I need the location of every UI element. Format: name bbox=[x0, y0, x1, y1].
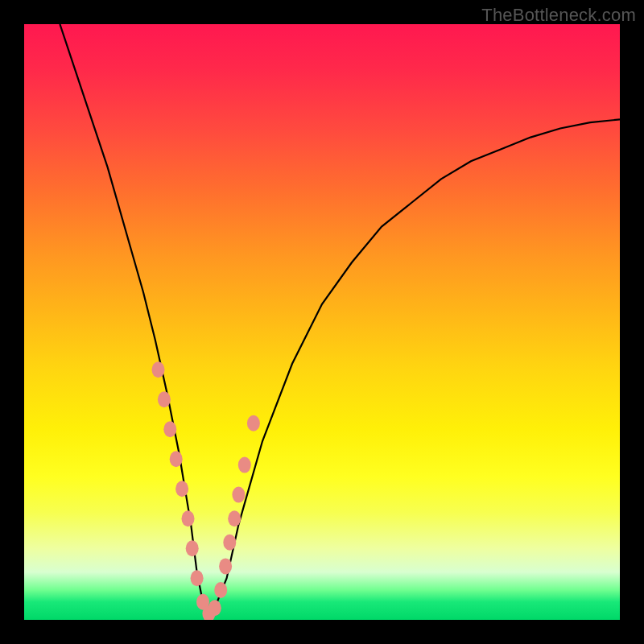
highlight-dot bbox=[228, 510, 241, 526]
highlight-dot bbox=[182, 510, 195, 526]
highlight-dot bbox=[170, 451, 183, 467]
highlight-dot bbox=[175, 481, 188, 497]
plot-area bbox=[24, 24, 620, 620]
curve-layer bbox=[24, 24, 620, 620]
highlight-dot bbox=[208, 600, 221, 616]
bottleneck-curve bbox=[60, 24, 620, 614]
highlight-dot bbox=[191, 570, 204, 586]
highlight-dot bbox=[232, 487, 245, 503]
highlight-dot bbox=[158, 391, 171, 407]
highlight-dot bbox=[223, 535, 236, 551]
highlight-dot bbox=[186, 540, 199, 556]
chart-frame: TheBottleneck.com bbox=[0, 0, 644, 644]
highlight-dot bbox=[247, 415, 260, 431]
highlight-dots bbox=[152, 361, 260, 620]
watermark-text: TheBottleneck.com bbox=[481, 5, 636, 26]
highlight-dot bbox=[238, 457, 251, 473]
highlight-dot bbox=[219, 558, 232, 574]
highlight-dot bbox=[152, 361, 165, 378]
highlight-dot bbox=[163, 421, 176, 437]
highlight-dot bbox=[214, 582, 227, 598]
